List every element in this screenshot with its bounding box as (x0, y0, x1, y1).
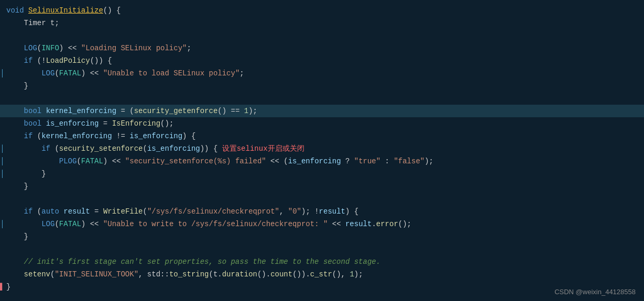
code-line: │ LOG(FATAL) << "Unable to load SELinux … (0, 67, 644, 80)
line-content (4, 93, 644, 104)
code-token: result (319, 207, 345, 216)
line-content: } (4, 80, 644, 92)
code-line (0, 29, 644, 42)
code-token: )) { (200, 144, 222, 153)
code-token: if (6, 207, 32, 216)
code-token: bool (6, 119, 41, 128)
code-token: : (380, 157, 394, 165)
code-token: (t. (209, 270, 222, 278)
code-line (0, 193, 644, 205)
line-content: if (security_setenforce(is_enforcing)) {… (4, 143, 644, 154)
code-token: 设置selinux开启或关闭 (222, 144, 304, 153)
line-content: if (kernel_enforcing != is_enforcing) { (4, 130, 644, 142)
code-token (41, 119, 46, 128)
code-token: ) << (103, 157, 125, 165)
code-line: ▌} (0, 281, 644, 293)
code-token: (); (398, 220, 411, 228)
code-token: is_enforcing (129, 132, 182, 140)
line-content: setenv("INIT_SELINUX_TOOK", std::to_stri… (4, 269, 644, 280)
code-token: ); (354, 270, 363, 278)
code-token: SelinuxInitialize (28, 6, 103, 15)
code-token: ( (143, 207, 147, 216)
code-token: ( (77, 157, 81, 165)
code-line: if (!LoadPolicy()) { (0, 54, 644, 67)
code-token: << (328, 220, 345, 228)
line-content: } (4, 231, 644, 242)
line-content: if (!LoadPolicy()) { (4, 55, 644, 66)
code-line: if (kernel_enforcing != is_enforcing) { (0, 130, 644, 142)
code-token: to_string (169, 270, 209, 278)
code-line: if (auto result = WriteFile("/sys/fs/sel… (0, 205, 644, 218)
code-token: ; (239, 69, 244, 77)
code-token: setenv (6, 270, 50, 278)
code-token: LOG (6, 220, 54, 228)
code-token: kernel_enforcing (41, 132, 112, 140)
code-token: ) << (81, 220, 103, 228)
code-token: } (6, 170, 46, 178)
line-content: } (4, 281, 644, 293)
code-token: // init's first stage can't set properti… (6, 258, 380, 266)
code-token: result (345, 220, 372, 228)
line-content: } (4, 181, 644, 192)
code-token: 1 (350, 270, 354, 278)
code-token: WriteFile (103, 207, 143, 216)
code-line (0, 243, 644, 255)
line-marker: │ (0, 220, 4, 228)
code-token: ; (187, 44, 191, 52)
code-token: ( (143, 144, 147, 153)
code-token: INFO (41, 44, 59, 52)
code-token: () { (103, 6, 121, 15)
code-token: FATAL (59, 220, 81, 228)
line-marker: │ (0, 144, 4, 153)
code-token: security_getenforce (134, 107, 218, 115)
code-token: } (6, 182, 28, 191)
code-token: ); (248, 107, 257, 115)
code-token: count (270, 270, 292, 278)
code-line: bool is_enforcing = IsEnforcing(); (0, 117, 644, 130)
code-token: PLOG (6, 157, 77, 165)
line-content: void SelinuxInitialize() { (4, 5, 644, 16)
code-token: (), (332, 270, 350, 278)
line-content (4, 193, 644, 205)
code-token: ()) { (90, 57, 112, 65)
line-marker: ▌ (0, 283, 4, 291)
line-content: // init's first stage can't set properti… (4, 256, 644, 267)
code-token: IsEnforcing (112, 119, 160, 128)
code-token: ( (32, 207, 41, 216)
code-token: result (63, 207, 90, 216)
code-token: ? (341, 157, 354, 165)
line-marker: │ (0, 170, 4, 178)
code-line: setenv("INIT_SELINUX_TOOK", std::to_stri… (0, 268, 644, 281)
code-token: , (279, 207, 288, 216)
code-token: () == (217, 107, 244, 115)
code-token: LOG (6, 69, 54, 77)
code-token: ( (32, 132, 41, 140)
code-token (59, 207, 63, 216)
line-content (4, 243, 644, 255)
code-token: = ( (116, 107, 134, 115)
code-token: ); ! (301, 207, 319, 216)
code-token: duration (222, 270, 257, 278)
code-token: Timer t; (6, 19, 59, 27)
code-token: LoadPolicy (46, 57, 90, 65)
code-token: (); (160, 119, 173, 128)
line-content: if (auto result = WriteFile("/sys/fs/sel… (4, 206, 644, 217)
line-content: PLOG(FATAL) << "security_setenforce(%s) … (4, 155, 644, 167)
code-line: } (0, 180, 644, 193)
code-token: 1 (244, 107, 248, 115)
code-token (41, 107, 46, 115)
code-token: ) { (182, 132, 195, 140)
code-token: ); (424, 157, 433, 165)
code-token: if (6, 132, 32, 140)
code-token: "Unable to load SELinux policy" (103, 69, 239, 77)
line-content: } (4, 168, 644, 180)
code-token: "Loading SELinux policy" (81, 44, 187, 52)
code-token: c_str (310, 270, 332, 278)
code-token: "INIT_SELINUX_TOOK" (54, 270, 138, 278)
code-token: ( (50, 144, 59, 153)
code-token: ) << (59, 44, 81, 52)
code-token (24, 6, 28, 15)
line-content: Timer t; (4, 17, 644, 29)
line-content: bool is_enforcing = IsEnforcing(); (4, 118, 644, 129)
code-token: ) << (81, 69, 103, 77)
